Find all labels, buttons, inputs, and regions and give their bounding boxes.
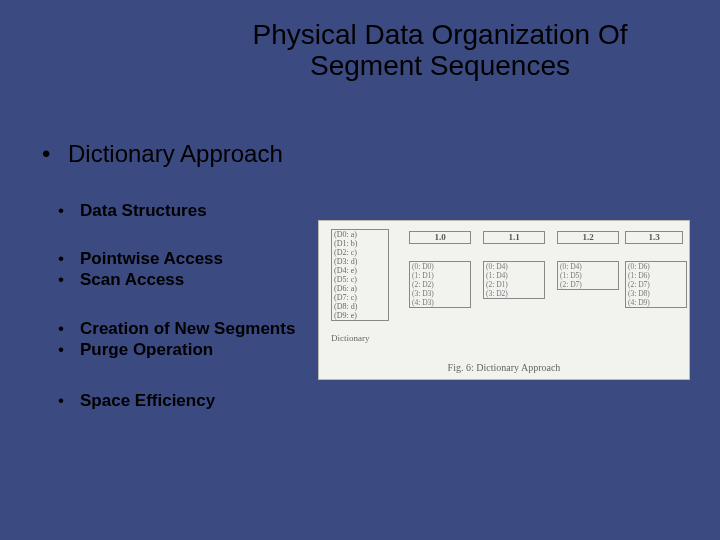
dict-entry: (D6: a) <box>332 284 388 293</box>
sub-bullets-data-structures: Data Structures <box>58 200 207 221</box>
top-bullet-list: Dictionary Approach <box>42 140 283 196</box>
dict-entry: (D4: e) <box>332 266 388 275</box>
time-header: 1.0 <box>409 231 471 244</box>
seg-entry: (3: D2) <box>486 289 542 298</box>
segment-column-2: (0: D4) (1: D5) (2: D7) <box>557 261 619 290</box>
bullet-scan-access: Scan Access <box>58 269 223 290</box>
seg-entry: (1: D5) <box>560 271 616 280</box>
seg-entry: (2: D7) <box>628 280 684 289</box>
dict-entry: (D0: a) <box>332 230 388 239</box>
seg-entry: (4: D9) <box>628 298 684 307</box>
seg-entry: (2: D7) <box>560 280 616 289</box>
seg-entry: (3: D3) <box>412 289 468 298</box>
title-line-2: Segment Sequences <box>310 50 570 81</box>
sub-bullets-operations: Creation of New Segments Purge Operation <box>58 318 295 361</box>
bullet-dictionary-approach: Dictionary Approach <box>42 140 283 168</box>
seg-entry: (0: D0) <box>412 262 468 271</box>
bullet-space-efficiency: Space Efficiency <box>58 390 215 411</box>
dict-entry: (D8: d) <box>332 302 388 311</box>
sub-bullets-space: Space Efficiency <box>58 390 215 411</box>
title-line-1: Physical Data Organization Of <box>252 19 627 50</box>
time-header: 1.2 <box>557 231 619 244</box>
figure-dictionary-approach: (D0: a) (D1: b) (D2: c) (D3: d) (D4: e) … <box>318 220 690 380</box>
sub-bullets-access: Pointwise Access Scan Access <box>58 248 223 291</box>
bullet-pointwise-access: Pointwise Access <box>58 248 223 269</box>
segment-column-0: (0: D0) (1: D1) (2: D2) (3: D3) (4: D3) <box>409 261 471 308</box>
seg-entry: (2: D1) <box>486 280 542 289</box>
dict-entry: (D5: c) <box>332 275 388 284</box>
seg-entry: (1: D6) <box>628 271 684 280</box>
bullet-purge: Purge Operation <box>58 339 295 360</box>
time-header: 1.3 <box>625 231 683 244</box>
dictionary-box: (D0: a) (D1: b) (D2: c) (D3: d) (D4: e) … <box>331 229 389 321</box>
slide-title: Physical Data Organization Of Segment Se… <box>210 20 670 82</box>
seg-entry: (3: D8) <box>628 289 684 298</box>
seg-entry: (2: D2) <box>412 280 468 289</box>
seg-entry: (1: D1) <box>412 271 468 280</box>
bullet-creation: Creation of New Segments <box>58 318 295 339</box>
seg-entry: (0: D6) <box>628 262 684 271</box>
time-header: 1.1 <box>483 231 545 244</box>
dict-entry: (D2: c) <box>332 248 388 257</box>
dict-entry: (D1: b) <box>332 239 388 248</box>
dict-entry: (D3: d) <box>332 257 388 266</box>
dict-entry: (D9: e) <box>332 311 388 320</box>
seg-entry: (0: D4) <box>486 262 542 271</box>
segment-column-3: (0: D6) (1: D6) (2: D7) (3: D8) (4: D9) <box>625 261 687 308</box>
seg-entry: (4: D3) <box>412 298 468 307</box>
bullet-data-structures: Data Structures <box>58 200 207 221</box>
dictionary-label: Dictionary <box>331 333 370 343</box>
segment-column-1: (0: D4) (1: D4) (2: D1) (3: D2) <box>483 261 545 299</box>
dict-entry: (D7: c) <box>332 293 388 302</box>
seg-entry: (1: D4) <box>486 271 542 280</box>
seg-entry: (0: D4) <box>560 262 616 271</box>
slide: Physical Data Organization Of Segment Se… <box>0 0 720 540</box>
figure-caption: Fig. 6: Dictionary Approach <box>319 362 689 373</box>
